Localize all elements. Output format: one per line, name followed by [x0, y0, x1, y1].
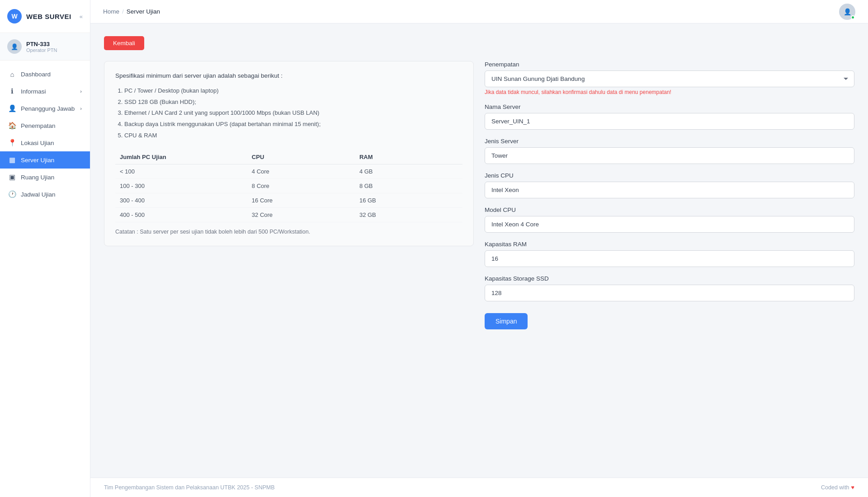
user-info: PTN-333 Operator PTN: [26, 41, 57, 53]
table-header-jumlah: Jumlah PC Ujian: [115, 150, 247, 164]
kapasitas-ram-label: Kapasitas RAM: [485, 241, 854, 248]
penempatan-select[interactable]: UIN Sunan Gunung Djati Bandung: [485, 70, 854, 87]
sidebar-item-lokasi-ujian[interactable]: 📍 Lokasi Ujian: [0, 134, 90, 151]
page-content: Kembali Spesifikasi minimum dari server …: [90, 23, 868, 478]
collapse-icon[interactable]: «: [80, 13, 83, 20]
table-cell-ram: 8 GB: [355, 179, 462, 193]
chevron-right-icon: ›: [80, 89, 82, 94]
sidebar-item-label: Informasi: [21, 88, 46, 95]
kapasitas-ram-input[interactable]: [485, 250, 854, 267]
jenis-cpu-input[interactable]: [485, 182, 854, 198]
sidebar-nav: ⌂ Dashboard ℹ Informasi › 👤 Penanggung J…: [0, 61, 90, 497]
sidebar-item-ruang-ujian[interactable]: ▣ Ruang Ujian: [0, 169, 90, 186]
table-note: Catatan : Satu server per sesi ujian tid…: [115, 229, 462, 235]
sidebar-item-label: Lokasi Ujian: [21, 140, 54, 146]
back-button[interactable]: Kembali: [104, 36, 144, 50]
logo-icon: W: [7, 9, 22, 23]
sidebar-item-dashboard[interactable]: ⌂ Dashboard: [0, 66, 90, 83]
table-cell-ram: 32 GB: [355, 208, 462, 222]
topbar-avatar[interactable]: 👤: [839, 4, 855, 20]
sidebar-item-penempatan[interactable]: 🏠 Penempatan: [0, 117, 90, 134]
user-avatar: 👤: [7, 39, 22, 54]
table-row: 100 - 3008 Core8 GB: [115, 179, 462, 193]
table-cell-jumlah: 300 - 400: [115, 193, 247, 208]
location-icon: 📍: [8, 139, 16, 147]
footer: Tim Pengembangan Sistem dan Pelaksanaan …: [90, 478, 868, 497]
jenis-server-label: Jenis Server: [485, 138, 854, 145]
person-icon: 👤: [8, 104, 16, 113]
topbar: Home / Server Ujian 👤: [90, 0, 868, 23]
user-role: Operator PTN: [26, 47, 57, 53]
main-content: Home / Server Ujian 👤 Kembali Spesifikas…: [90, 0, 868, 497]
table-header-cpu: CPU: [247, 150, 355, 164]
table-cell-cpu: 4 Core: [247, 164, 355, 179]
logo-text: WEB SURVEI: [26, 13, 71, 20]
spec-item-4: Backup daya Listrik menggunakan UPS (dap…: [124, 119, 462, 130]
penempatan-error: Jika data tidak muncul, silahkan konfirm…: [485, 89, 854, 95]
jenis-cpu-label: Jenis CPU: [485, 172, 854, 179]
sidebar-item-label: Penanggung Jawab: [21, 105, 75, 112]
sidebar-item-jadwal-ujian[interactable]: 🕐 Jadwal Ujian: [0, 186, 90, 203]
kapasitas-ssd-input[interactable]: [485, 285, 854, 301]
model-cpu-label: Model CPU: [485, 206, 854, 213]
breadcrumb-current: Server Ujian: [127, 8, 160, 15]
table-cell-jumlah: < 100: [115, 164, 247, 179]
online-status-dot: [851, 15, 855, 19]
info-icon: ℹ: [8, 87, 16, 95]
server-icon: ▦: [8, 156, 16, 164]
footer-right-text: Coded with: [821, 484, 849, 491]
jenis-server-group: Jenis Server: [485, 138, 854, 164]
chevron-right-icon: ›: [80, 106, 82, 111]
heart-icon: ♥: [851, 484, 854, 491]
spec-list: PC / Tower / Desktop (bukan laptop) SSD …: [115, 85, 462, 141]
table-cell-cpu: 32 Core: [247, 208, 355, 222]
simpan-button[interactable]: Simpan: [485, 313, 528, 329]
table-row: 300 - 40016 Core16 GB: [115, 193, 462, 208]
sidebar-item-server-ujian[interactable]: ▦ Server Ujian: [0, 151, 90, 169]
model-cpu-group: Model CPU: [485, 206, 854, 233]
spec-item-2: SSD 128 GB (Bukan HDD);: [124, 97, 462, 108]
jenis-server-input[interactable]: [485, 147, 854, 164]
footer-right: Coded with ♥: [821, 484, 854, 491]
table-row: 400 - 50032 Core32 GB: [115, 208, 462, 222]
sidebar-item-penanggung-jawab[interactable]: 👤 Penanggung Jawab ›: [0, 100, 90, 117]
table-cell-jumlah: 100 - 300: [115, 179, 247, 193]
form-panel: Penempatan UIN Sunan Gunung Djati Bandun…: [485, 61, 854, 329]
breadcrumb-separator: /: [122, 8, 124, 15]
home2-icon: 🏠: [8, 122, 16, 130]
sidebar-item-label: Server Ujian: [21, 157, 54, 164]
kapasitas-ram-group: Kapasitas RAM: [485, 241, 854, 267]
jenis-cpu-group: Jenis CPU: [485, 172, 854, 198]
table-cell-cpu: 8 Core: [247, 179, 355, 193]
footer-left: Tim Pengembangan Sistem dan Pelaksanaan …: [104, 484, 275, 491]
nama-server-input[interactable]: [485, 113, 854, 130]
sidebar-item-label: Dashboard: [21, 71, 51, 78]
room-icon: ▣: [8, 173, 16, 181]
sidebar-item-informasi[interactable]: ℹ Informasi ›: [0, 83, 90, 100]
penempatan-label: Penempatan: [485, 61, 854, 68]
penempatan-group: Penempatan UIN Sunan Gunung Djati Bandun…: [485, 61, 854, 95]
info-panel: Spesifikasi minimum dari server ujian ad…: [104, 61, 474, 246]
kapasitas-ssd-group: Kapasitas Storage SSD: [485, 275, 854, 301]
breadcrumb-home[interactable]: Home: [103, 8, 119, 15]
table-header-ram: RAM: [355, 150, 462, 164]
sidebar-item-label: Ruang Ujian: [21, 174, 54, 181]
kapasitas-ssd-label: Kapasitas Storage SSD: [485, 275, 854, 282]
breadcrumb: Home / Server Ujian: [103, 8, 160, 15]
spec-item-1: PC / Tower / Desktop (bukan laptop): [124, 85, 462, 97]
nama-server-group: Nama Server: [485, 103, 854, 130]
table-cell-cpu: 16 Core: [247, 193, 355, 208]
sidebar-item-label: Jadwal Ujian: [21, 191, 56, 198]
nama-server-label: Nama Server: [485, 103, 854, 110]
sidebar-item-label: Penempatan: [21, 122, 56, 129]
home-icon: ⌂: [8, 70, 16, 78]
spec-table: Jumlah PC Ujian CPU RAM < 1004 Core4 GB1…: [115, 150, 462, 222]
spec-item-5: CPU & RAM: [124, 130, 462, 141]
sidebar-logo: W WEB SURVEI «: [0, 0, 90, 33]
table-cell-jumlah: 400 - 500: [115, 208, 247, 222]
model-cpu-input[interactable]: [485, 216, 854, 233]
table-row: < 1004 Core4 GB: [115, 164, 462, 179]
table-cell-ram: 16 GB: [355, 193, 462, 208]
sidebar: W WEB SURVEI « 👤 PTN-333 Operator PTN ⌂ …: [0, 0, 90, 497]
content-grid: Spesifikasi minimum dari server ujian ad…: [104, 61, 854, 329]
